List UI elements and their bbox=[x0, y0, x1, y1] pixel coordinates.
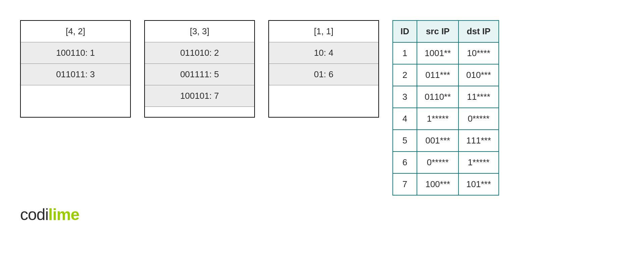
cell-src: 011*** bbox=[417, 64, 459, 86]
logo-part2: lime bbox=[48, 206, 79, 223]
cell-id: 3 bbox=[393, 86, 417, 108]
cell-src: 0110** bbox=[417, 86, 459, 108]
cell-dst: 010*** bbox=[459, 64, 499, 86]
cell-dst: 101*** bbox=[459, 173, 499, 195]
table-row: 7 100*** 101*** bbox=[393, 173, 499, 195]
table-row: 5 001*** 111*** bbox=[393, 130, 499, 152]
logo-part1: codi bbox=[20, 206, 48, 223]
bucket-4-2: [4, 2] 100110: 1 011011: 3 bbox=[20, 20, 131, 118]
codilime-logo: codilime bbox=[20, 205, 79, 224]
bucket-row: 011010: 2 bbox=[145, 42, 254, 64]
bucket-row: 100101: 7 bbox=[145, 85, 254, 107]
cell-id: 6 bbox=[393, 152, 417, 173]
cell-dst: 11**** bbox=[459, 86, 499, 108]
cell-src: 001*** bbox=[417, 130, 459, 152]
cell-dst: 1***** bbox=[459, 152, 499, 173]
cell-src: 0***** bbox=[417, 152, 459, 173]
table-row: 2 011*** 010*** bbox=[393, 64, 499, 86]
cell-id: 4 bbox=[393, 108, 417, 130]
bucket-3-3: [3, 3] 011010: 2 001111: 5 100101: 7 bbox=[144, 20, 255, 118]
table-row: 1 1001** 10**** bbox=[393, 42, 499, 64]
cell-id: 1 bbox=[393, 42, 417, 64]
bucket-row: 100110: 1 bbox=[21, 42, 130, 64]
cell-dst: 10**** bbox=[459, 42, 499, 64]
bucket-row: 01: 6 bbox=[269, 64, 378, 85]
bucket-empty bbox=[21, 85, 130, 117]
cell-src: 1001** bbox=[417, 42, 459, 64]
bucket-header: [4, 2] bbox=[21, 21, 130, 42]
bucket-empty bbox=[269, 85, 378, 117]
cell-dst: 111*** bbox=[459, 130, 499, 152]
cell-dst: 0***** bbox=[459, 108, 499, 130]
cell-id: 7 bbox=[393, 173, 417, 195]
bucket-row: 001111: 5 bbox=[145, 64, 254, 85]
cell-src: 100*** bbox=[417, 173, 459, 195]
bucket-row: 10: 4 bbox=[269, 42, 378, 64]
bucket-empty bbox=[145, 107, 254, 117]
bucket-row: 011011: 3 bbox=[21, 64, 130, 85]
rules-header-row: ID src IP dst IP bbox=[393, 20, 499, 42]
table-row: 3 0110** 11**** bbox=[393, 86, 499, 108]
bucket-header: [1, 1] bbox=[269, 21, 378, 42]
cell-src: 1***** bbox=[417, 108, 459, 130]
rules-header-id: ID bbox=[393, 20, 417, 42]
cell-id: 2 bbox=[393, 64, 417, 86]
cell-id: 5 bbox=[393, 130, 417, 152]
rules-table: ID src IP dst IP 1 1001** 10**** 2 011**… bbox=[392, 20, 499, 196]
table-row: 6 0***** 1***** bbox=[393, 152, 499, 173]
rules-header-dst: dst IP bbox=[459, 20, 499, 42]
table-row: 4 1***** 0***** bbox=[393, 108, 499, 130]
bucket-1-1: [1, 1] 10: 4 01: 6 bbox=[268, 20, 379, 118]
rules-header-src: src IP bbox=[417, 20, 459, 42]
bucket-header: [3, 3] bbox=[145, 21, 254, 42]
